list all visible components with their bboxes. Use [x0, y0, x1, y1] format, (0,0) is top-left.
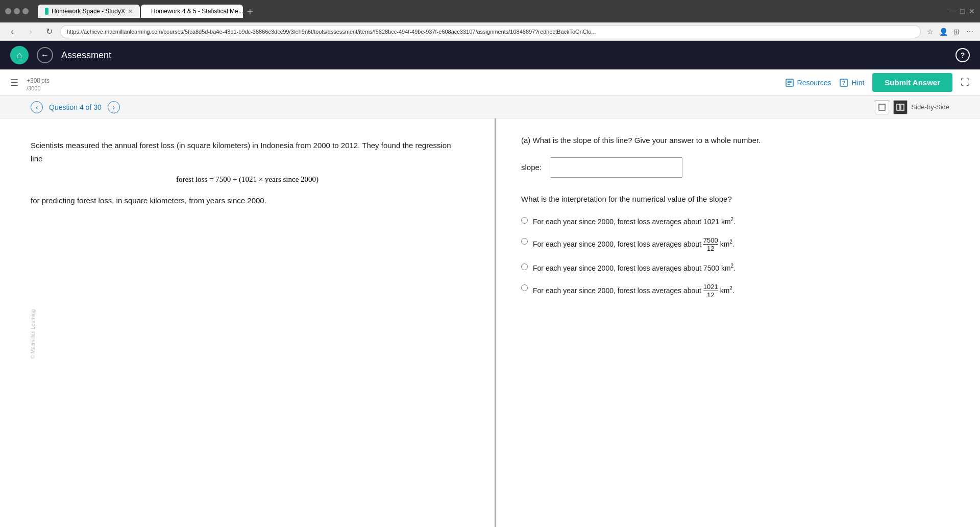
home-button[interactable]: ⌂ — [10, 46, 29, 64]
tab-label-2: Homework 4 & 5 - Statistical Me... — [151, 8, 243, 15]
svg-rect-6 — [879, 104, 885, 110]
slope-row: slope: — [521, 157, 954, 178]
radio-options: For each year since 2000, forest loss av… — [521, 215, 954, 299]
fullscreen-icon[interactable]: ⛶ — [961, 77, 970, 88]
right-pane: (a) What is the slope of this line? Give… — [496, 118, 980, 527]
option-1-text: For each year since 2000, forest loss av… — [533, 215, 736, 227]
reload-button[interactable]: ↻ — [42, 25, 56, 39]
points-value: +300pts — [27, 74, 50, 85]
header-title: Assessment — [61, 50, 947, 61]
radio-option-2[interactable]: For each year since 2000, forest loss av… — [521, 236, 954, 253]
more-options-icon[interactable]: ⋯ — [965, 27, 975, 37]
resources-icon — [785, 78, 794, 87]
slope-label: slope: — [521, 163, 542, 172]
formula-display: forest loss = 7500 + (1021 × years since… — [31, 175, 464, 184]
single-view-icon — [878, 103, 886, 111]
help-button[interactable]: ? — [955, 48, 970, 62]
window-action-buttons: — □ ✕ — [949, 7, 975, 15]
window-controls — [5, 8, 29, 14]
interpretation-question: What is the interpretation for the numer… — [521, 193, 954, 205]
problem-paragraph-1: Scientists measured the annual forest lo… — [31, 139, 464, 165]
slope-input[interactable] — [550, 157, 682, 178]
radio-input-1[interactable] — [521, 217, 528, 224]
back-button[interactable]: ← — [37, 47, 53, 63]
fraction-7500-12: 7500 12 — [703, 236, 718, 253]
submit-answer-button[interactable]: Submit Answer — [872, 73, 952, 92]
radio-option-3[interactable]: For each year since 2000, forest loss av… — [521, 262, 954, 274]
new-tab-button[interactable]: + — [244, 6, 256, 18]
main-content: Scientists measured the annual forest lo… — [0, 118, 980, 527]
app-header: ⌂ ← Assessment ? — [0, 41, 980, 69]
resources-button[interactable]: Resources — [785, 78, 831, 87]
left-pane: Scientists measured the annual forest lo… — [0, 118, 496, 527]
problem-paragraph-2: for predicting forest loss, in square ki… — [31, 194, 464, 207]
svg-text:?: ? — [842, 80, 845, 86]
toolbar: ☰ +300pts /3000 Resources ? Hint Submit … — [0, 69, 980, 96]
svg-rect-8 — [901, 104, 904, 110]
tab-homework[interactable]: Homework 4 & 5 - Statistical Me... ✕ — [141, 5, 243, 18]
prev-question-button[interactable]: ‹ — [31, 101, 43, 113]
browser-chrome: Homework Space - StudyX ✕ Homework 4 & 5… — [0, 0, 980, 22]
single-view-button[interactable] — [875, 100, 889, 114]
menu-icon[interactable]: ☰ — [10, 77, 18, 88]
side-by-side-icon — [896, 103, 904, 111]
tab-studyx[interactable]: Homework Space - StudyX ✕ — [38, 5, 140, 18]
fraction-1021-12: 1021 12 — [703, 283, 718, 299]
extensions-icon[interactable]: ⊞ — [951, 27, 962, 37]
bookmark-icon[interactable]: ☆ — [925, 27, 935, 37]
minimize-icon[interactable]: — — [949, 7, 957, 15]
profile-icon[interactable]: 👤 — [938, 27, 948, 37]
watermark: © Macmillan Learning — [30, 309, 36, 359]
question-nav: ‹ Question 4 of 30 › Side-by-Side — [0, 96, 980, 118]
part-a-label: (a) What is the slope of this line? Give… — [521, 134, 954, 147]
points-section: +300pts /3000 — [27, 74, 50, 91]
address-icons: ☆ 👤 ⊞ ⋯ — [925, 27, 975, 37]
side-by-side-view-button[interactable] — [893, 100, 908, 114]
option-4-text: For each year since 2000, forest loss av… — [533, 283, 734, 299]
radio-option-4[interactable]: For each year since 2000, forest loss av… — [521, 283, 954, 299]
view-label: Side-by-Side — [912, 103, 949, 111]
points-total: /3000 — [27, 85, 50, 91]
svg-rect-7 — [897, 104, 900, 110]
tab-label-1: Homework Space - StudyX — [52, 8, 125, 15]
tab-close-1[interactable]: ✕ — [128, 8, 133, 15]
address-input[interactable] — [60, 25, 921, 38]
question-label: Question 4 of 30 — [49, 103, 102, 111]
radio-input-2[interactable] — [521, 238, 528, 245]
option-2-text: For each year since 2000, forest loss av… — [533, 236, 734, 253]
forward-nav-button[interactable]: › — [23, 25, 38, 39]
radio-input-3[interactable] — [521, 264, 528, 270]
hint-icon: ? — [839, 78, 848, 87]
address-bar-row: ‹ › ↻ ☆ 👤 ⊞ ⋯ — [0, 22, 980, 41]
next-question-button[interactable]: › — [108, 101, 120, 113]
browser-tabs: Homework Space - StudyX ✕ Homework 4 & 5… — [33, 5, 945, 18]
hint-button[interactable]: ? Hint — [839, 78, 864, 87]
maximize-icon[interactable]: □ — [961, 7, 965, 15]
radio-option-1[interactable]: For each year since 2000, forest loss av… — [521, 215, 954, 227]
option-3-text: For each year since 2000, forest loss av… — [533, 262, 736, 274]
radio-input-4[interactable] — [521, 284, 528, 291]
view-controls: Side-by-Side — [875, 100, 949, 114]
back-nav-button[interactable]: ‹ — [5, 25, 19, 39]
tab-favicon-1 — [45, 8, 48, 15]
close-window-icon[interactable]: ✕ — [969, 7, 975, 15]
